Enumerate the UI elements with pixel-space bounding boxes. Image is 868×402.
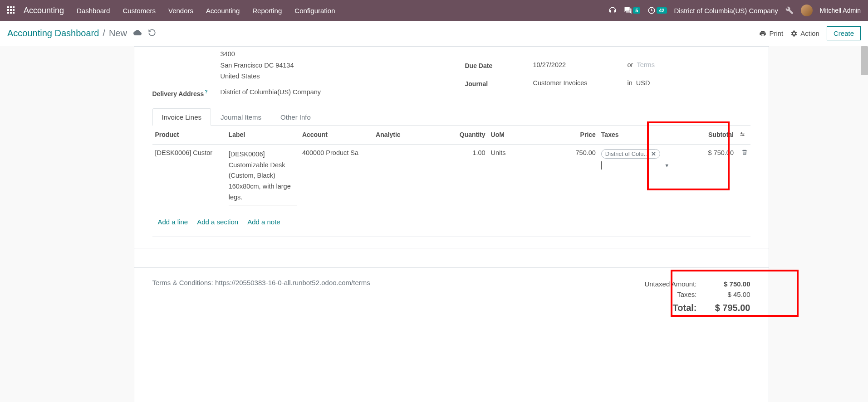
print-label: Print [769,29,783,37]
voip-icon[interactable] [608,6,617,15]
create-button[interactable]: Create [827,26,861,40]
menu-customers[interactable]: Customers [123,7,156,15]
breadcrumb-root[interactable]: Accounting Dashboard [7,28,99,39]
messages-icon[interactable]: 5 [624,6,640,15]
breadcrumb-current: New [109,28,127,39]
apps-icon[interactable] [7,6,15,15]
breadcrumb: Accounting Dashboard / New [7,28,127,39]
menu-accounting[interactable]: Accounting [206,7,240,15]
company-switcher[interactable]: District of Columbia(US) Company [674,7,778,15]
avatar[interactable] [801,5,813,16]
control-panel: Accounting Dashboard / New Print Action … [0,21,868,46]
save-cloud-icon[interactable] [133,29,142,38]
menu-vendors[interactable]: Vendors [168,7,193,15]
menu-configuration[interactable]: Configuration [294,7,335,15]
topbar-right: 5 42 District of Columbia(US) Company Mi… [608,5,861,16]
breadcrumb-sep: / [103,28,105,39]
cp-right: Print Action Create [759,26,861,40]
activity-badge: 42 [657,7,667,14]
action-button[interactable]: Action [790,29,819,37]
print-button[interactable]: Print [759,29,783,37]
discard-icon[interactable] [148,29,156,38]
messages-badge: 5 [633,7,640,14]
username[interactable]: Mitchell Admin [820,7,861,14]
main-menu: Dashboard Customers Vendors Accounting R… [77,7,335,15]
menu-reporting[interactable]: Reporting [252,7,282,15]
topbar: Accounting Dashboard Customers Vendors A… [0,0,868,21]
debug-icon[interactable] [785,6,794,15]
app-brand[interactable]: Accounting [24,6,64,15]
action-label: Action [800,29,819,37]
activity-icon[interactable]: 42 [647,6,667,15]
menu-dashboard[interactable]: Dashboard [77,7,110,15]
